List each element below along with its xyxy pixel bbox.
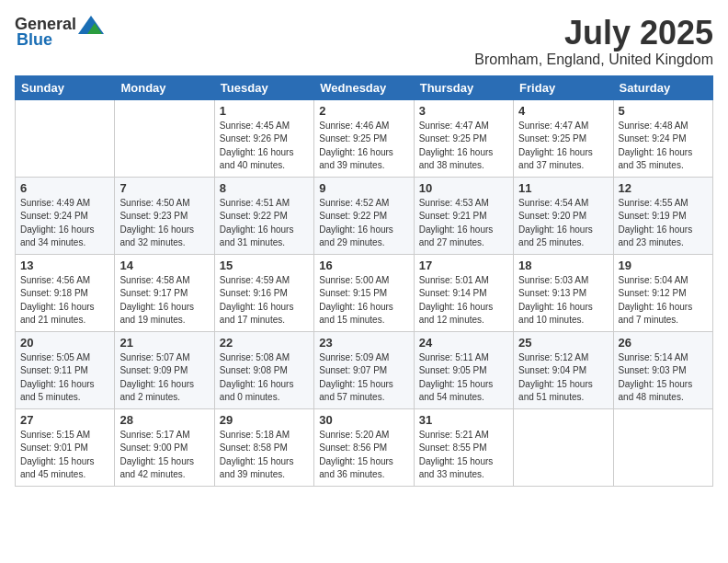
- calendar-week-row: 1Sunrise: 4:45 AMSunset: 9:26 PMDaylight…: [16, 99, 713, 177]
- calendar-cell: 23Sunrise: 5:09 AMSunset: 9:07 PMDayligh…: [314, 331, 414, 408]
- day-info: Sunrise: 5:12 AMSunset: 9:04 PMDaylight:…: [518, 351, 608, 405]
- calendar-cell: 7Sunrise: 4:50 AMSunset: 9:23 PMDaylight…: [115, 177, 214, 254]
- calendar-cell: 12Sunrise: 4:55 AMSunset: 9:19 PMDayligh…: [613, 177, 712, 254]
- calendar-cell: 29Sunrise: 5:18 AMSunset: 8:58 PMDayligh…: [214, 408, 313, 486]
- calendar-cell: 22Sunrise: 5:08 AMSunset: 9:08 PMDayligh…: [214, 331, 313, 408]
- day-info: Sunrise: 4:46 AMSunset: 9:25 PMDaylight:…: [319, 120, 408, 173]
- day-info: Sunrise: 4:53 AMSunset: 9:21 PMDaylight:…: [419, 197, 508, 250]
- calendar-header-row: SundayMondayTuesdayWednesdayThursdayFrid…: [16, 75, 713, 99]
- calendar-cell: 18Sunrise: 5:03 AMSunset: 9:13 PMDayligh…: [514, 254, 613, 331]
- location-title: Bromham, England, United Kingdom: [474, 52, 713, 68]
- day-number: 18: [518, 259, 608, 272]
- day-info: Sunrise: 4:47 AMSunset: 9:25 PMDaylight:…: [518, 120, 608, 173]
- calendar-week-row: 13Sunrise: 4:56 AMSunset: 9:18 PMDayligh…: [16, 254, 713, 331]
- day-number: 1: [220, 104, 309, 118]
- day-number: 26: [619, 336, 708, 350]
- logo: General Blue: [15, 15, 104, 50]
- day-number: 13: [20, 259, 109, 272]
- calendar-week-row: 6Sunrise: 4:49 AMSunset: 9:24 PMDaylight…: [16, 177, 713, 254]
- calendar-week-row: 27Sunrise: 5:15 AMSunset: 9:01 PMDayligh…: [16, 408, 713, 486]
- logo-blue: Blue: [17, 30, 52, 50]
- day-info: Sunrise: 4:47 AMSunset: 9:25 PMDaylight:…: [419, 120, 508, 173]
- day-info: Sunrise: 5:14 AMSunset: 9:03 PMDaylight:…: [619, 351, 708, 405]
- day-number: 27: [20, 413, 109, 427]
- weekday-header: Sunday: [16, 75, 115, 99]
- calendar-cell: 24Sunrise: 5:11 AMSunset: 9:05 PMDayligh…: [414, 331, 513, 408]
- day-info: Sunrise: 5:00 AMSunset: 9:15 PMDaylight:…: [319, 274, 408, 327]
- calendar-cell: 27Sunrise: 5:15 AMSunset: 9:01 PMDayligh…: [16, 408, 115, 486]
- day-info: Sunrise: 5:21 AMSunset: 8:55 PMDaylight:…: [419, 429, 508, 482]
- calendar-cell: [16, 99, 115, 177]
- day-number: 3: [419, 104, 508, 118]
- day-number: 24: [419, 336, 508, 350]
- day-number: 8: [220, 181, 309, 195]
- calendar-cell: 10Sunrise: 4:53 AMSunset: 9:21 PMDayligh…: [414, 177, 513, 254]
- day-info: Sunrise: 4:50 AMSunset: 9:23 PMDaylight:…: [119, 197, 209, 250]
- day-number: 10: [419, 181, 508, 195]
- day-number: 21: [119, 336, 209, 350]
- day-number: 7: [119, 181, 209, 195]
- calendar-cell: 5Sunrise: 4:48 AMSunset: 9:24 PMDaylight…: [613, 99, 712, 177]
- title-block: July 2025 Bromham, England, United Kingd…: [474, 15, 713, 68]
- day-info: Sunrise: 4:45 AMSunset: 9:26 PMDaylight:…: [220, 120, 309, 173]
- calendar-week-row: 20Sunrise: 5:05 AMSunset: 9:11 PMDayligh…: [16, 331, 713, 408]
- day-number: 28: [119, 413, 209, 427]
- calendar-cell: 31Sunrise: 5:21 AMSunset: 8:55 PMDayligh…: [414, 408, 513, 486]
- month-title: July 2025: [474, 15, 713, 52]
- weekday-header: Monday: [115, 75, 214, 99]
- calendar-cell: 19Sunrise: 5:04 AMSunset: 9:12 PMDayligh…: [613, 254, 712, 331]
- calendar-cell: [115, 99, 214, 177]
- calendar-cell: 6Sunrise: 4:49 AMSunset: 9:24 PMDaylight…: [16, 177, 115, 254]
- day-info: Sunrise: 4:54 AMSunset: 9:20 PMDaylight:…: [518, 197, 608, 250]
- day-number: 4: [518, 104, 608, 118]
- day-info: Sunrise: 5:09 AMSunset: 9:07 PMDaylight:…: [319, 351, 408, 405]
- day-info: Sunrise: 5:05 AMSunset: 9:11 PMDaylight:…: [20, 351, 109, 405]
- day-number: 22: [220, 336, 309, 350]
- calendar-cell: 30Sunrise: 5:20 AMSunset: 8:56 PMDayligh…: [314, 408, 414, 486]
- day-number: 20: [20, 336, 109, 350]
- day-info: Sunrise: 4:51 AMSunset: 9:22 PMDaylight:…: [220, 197, 309, 250]
- calendar-cell: 4Sunrise: 4:47 AMSunset: 9:25 PMDaylight…: [514, 99, 613, 177]
- day-info: Sunrise: 4:52 AMSunset: 9:22 PMDaylight:…: [319, 197, 408, 250]
- calendar-cell: 21Sunrise: 5:07 AMSunset: 9:09 PMDayligh…: [115, 331, 214, 408]
- weekday-header: Thursday: [414, 75, 513, 99]
- day-info: Sunrise: 5:18 AMSunset: 8:58 PMDaylight:…: [220, 429, 309, 482]
- day-info: Sunrise: 5:17 AMSunset: 9:00 PMDaylight:…: [119, 429, 209, 482]
- page-header: General Blue July 2025 Bromham, England,…: [15, 15, 713, 68]
- calendar-cell: 9Sunrise: 4:52 AMSunset: 9:22 PMDaylight…: [314, 177, 414, 254]
- calendar-cell: 26Sunrise: 5:14 AMSunset: 9:03 PMDayligh…: [613, 331, 712, 408]
- day-info: Sunrise: 5:04 AMSunset: 9:12 PMDaylight:…: [619, 274, 708, 327]
- day-number: 6: [20, 181, 109, 195]
- day-info: Sunrise: 4:55 AMSunset: 9:19 PMDaylight:…: [619, 197, 708, 250]
- calendar-cell: 11Sunrise: 4:54 AMSunset: 9:20 PMDayligh…: [514, 177, 613, 254]
- day-number: 31: [419, 413, 508, 427]
- day-info: Sunrise: 4:49 AMSunset: 9:24 PMDaylight:…: [20, 197, 109, 250]
- calendar-table: SundayMondayTuesdayWednesdayThursdayFrid…: [15, 75, 713, 487]
- calendar-cell: 20Sunrise: 5:05 AMSunset: 9:11 PMDayligh…: [16, 331, 115, 408]
- day-number: 2: [319, 104, 408, 118]
- day-number: 12: [619, 181, 708, 195]
- calendar-cell: 17Sunrise: 5:01 AMSunset: 9:14 PMDayligh…: [414, 254, 513, 331]
- day-number: 17: [419, 259, 508, 272]
- calendar-cell: 13Sunrise: 4:56 AMSunset: 9:18 PMDayligh…: [16, 254, 115, 331]
- day-number: 5: [619, 104, 708, 118]
- calendar-cell: 16Sunrise: 5:00 AMSunset: 9:15 PMDayligh…: [314, 254, 414, 331]
- day-number: 15: [220, 259, 309, 272]
- day-number: 23: [319, 336, 408, 350]
- day-number: 14: [119, 259, 209, 272]
- calendar-cell: [613, 408, 712, 486]
- day-number: 16: [319, 259, 408, 272]
- day-info: Sunrise: 4:48 AMSunset: 9:24 PMDaylight:…: [619, 120, 708, 173]
- day-info: Sunrise: 5:20 AMSunset: 8:56 PMDaylight:…: [319, 429, 408, 482]
- day-info: Sunrise: 4:59 AMSunset: 9:16 PMDaylight:…: [220, 274, 309, 327]
- calendar-cell: 15Sunrise: 4:59 AMSunset: 9:16 PMDayligh…: [214, 254, 313, 331]
- weekday-header: Friday: [514, 75, 613, 99]
- calendar-cell: 28Sunrise: 5:17 AMSunset: 9:00 PMDayligh…: [115, 408, 214, 486]
- day-number: 30: [319, 413, 408, 427]
- logo-icon: [78, 16, 104, 34]
- day-info: Sunrise: 5:03 AMSunset: 9:13 PMDaylight:…: [518, 274, 608, 327]
- weekday-header: Tuesday: [214, 75, 313, 99]
- day-info: Sunrise: 5:11 AMSunset: 9:05 PMDaylight:…: [419, 351, 508, 405]
- calendar-cell: 8Sunrise: 4:51 AMSunset: 9:22 PMDaylight…: [214, 177, 313, 254]
- day-number: 9: [319, 181, 408, 195]
